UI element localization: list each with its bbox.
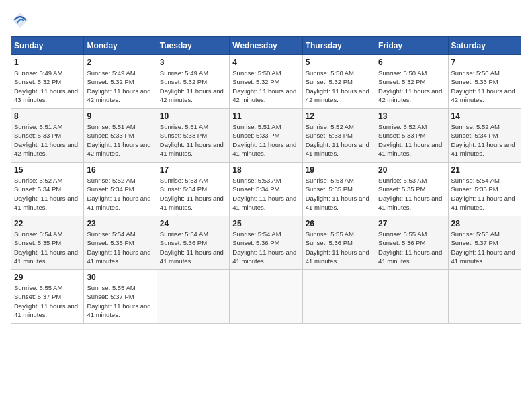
day-number: 7 xyxy=(451,58,518,67)
day-info: Sunrise: 5:51 AMSunset: 5:33 PMDaylight:… xyxy=(160,123,224,157)
day-number: 14 xyxy=(451,111,518,121)
day-info: Sunrise: 5:49 AMSunset: 5:32 PMDaylight:… xyxy=(87,69,150,103)
calendar-cell xyxy=(157,270,229,324)
calendar-week-row: 22 Sunrise: 5:54 AMSunset: 5:35 PMDaylig… xyxy=(11,216,521,270)
day-number: 5 xyxy=(306,58,372,67)
calendar-cell: 27 Sunrise: 5:55 AMSunset: 5:36 PMDaylig… xyxy=(375,216,448,270)
day-info: Sunrise: 5:55 AMSunset: 5:37 PMDaylight:… xyxy=(451,230,515,265)
day-number: 28 xyxy=(451,219,518,228)
day-info: Sunrise: 5:55 AMSunset: 5:37 PMDaylight:… xyxy=(87,284,150,318)
day-info: Sunrise: 5:54 AMSunset: 5:35 PMDaylight:… xyxy=(451,177,515,211)
day-number: 2 xyxy=(87,58,153,67)
logo xyxy=(11,11,32,30)
calendar-cell: 10 Sunrise: 5:51 AMSunset: 5:33 PMDaylig… xyxy=(157,109,229,163)
day-info: Sunrise: 5:50 AMSunset: 5:32 PMDaylight:… xyxy=(378,69,442,103)
day-number: 20 xyxy=(378,165,445,175)
weekday-header-friday: Friday xyxy=(375,37,448,55)
calendar-cell: 25 Sunrise: 5:54 AMSunset: 5:36 PMDaylig… xyxy=(230,216,302,270)
calendar-cell: 11 Sunrise: 5:51 AMSunset: 5:33 PMDaylig… xyxy=(230,109,302,163)
calendar-cell: 19 Sunrise: 5:53 AMSunset: 5:35 PMDaylig… xyxy=(302,163,375,216)
day-info: Sunrise: 5:51 AMSunset: 5:33 PMDaylight:… xyxy=(232,123,296,157)
day-number: 15 xyxy=(14,165,81,175)
day-number: 19 xyxy=(306,165,372,175)
day-info: Sunrise: 5:55 AMSunset: 5:36 PMDaylight:… xyxy=(306,230,369,265)
day-info: Sunrise: 5:50 AMSunset: 5:33 PMDaylight:… xyxy=(451,69,515,103)
calendar-cell: 2 Sunrise: 5:49 AMSunset: 5:32 PMDayligh… xyxy=(84,55,157,109)
calendar-cell: 6 Sunrise: 5:50 AMSunset: 5:32 PMDayligh… xyxy=(375,55,448,109)
calendar-cell xyxy=(448,270,521,324)
calendar-cell: 28 Sunrise: 5:55 AMSunset: 5:37 PMDaylig… xyxy=(448,216,521,270)
day-info: Sunrise: 5:52 AMSunset: 5:33 PMDaylight:… xyxy=(378,123,442,157)
day-info: Sunrise: 5:49 AMSunset: 5:32 PMDaylight:… xyxy=(160,69,224,103)
calendar-cell: 22 Sunrise: 5:54 AMSunset: 5:35 PMDaylig… xyxy=(11,216,84,270)
day-number: 25 xyxy=(232,219,299,228)
day-info: Sunrise: 5:50 AMSunset: 5:32 PMDaylight:… xyxy=(232,69,296,103)
day-number: 3 xyxy=(160,58,226,67)
day-number: 21 xyxy=(451,165,518,175)
calendar-cell xyxy=(230,270,302,324)
calendar-body: 1 Sunrise: 5:49 AMSunset: 5:32 PMDayligh… xyxy=(11,55,521,324)
calendar-cell: 1 Sunrise: 5:49 AMSunset: 5:32 PMDayligh… xyxy=(11,55,84,109)
day-info: Sunrise: 5:49 AMSunset: 5:32 PMDaylight:… xyxy=(14,69,78,103)
calendar-cell xyxy=(375,270,448,324)
day-number: 13 xyxy=(378,111,445,121)
calendar-cell xyxy=(302,270,375,324)
calendar-week-row: 1 Sunrise: 5:49 AMSunset: 5:32 PMDayligh… xyxy=(11,55,521,109)
day-info: Sunrise: 5:54 AMSunset: 5:36 PMDaylight:… xyxy=(160,230,224,265)
day-info: Sunrise: 5:53 AMSunset: 5:34 PMDaylight:… xyxy=(160,177,224,211)
weekday-header-saturday: Saturday xyxy=(448,37,521,55)
day-info: Sunrise: 5:52 AMSunset: 5:34 PMDaylight:… xyxy=(451,123,515,157)
day-info: Sunrise: 5:52 AMSunset: 5:34 PMDaylight:… xyxy=(14,177,78,211)
day-number: 11 xyxy=(232,111,299,121)
day-number: 26 xyxy=(306,219,372,228)
calendar-cell: 3 Sunrise: 5:49 AMSunset: 5:32 PMDayligh… xyxy=(157,55,229,109)
day-info: Sunrise: 5:54 AMSunset: 5:35 PMDaylight:… xyxy=(87,230,150,265)
calendar-cell: 29 Sunrise: 5:55 AMSunset: 5:37 PMDaylig… xyxy=(11,270,84,324)
calendar-cell: 7 Sunrise: 5:50 AMSunset: 5:33 PMDayligh… xyxy=(448,55,521,109)
weekday-header-wednesday: Wednesday xyxy=(230,37,302,55)
weekday-header-row: SundayMondayTuesdayWednesdayThursdayFrid… xyxy=(11,37,521,55)
calendar-cell: 14 Sunrise: 5:52 AMSunset: 5:34 PMDaylig… xyxy=(448,109,521,163)
day-info: Sunrise: 5:51 AMSunset: 5:33 PMDaylight:… xyxy=(87,123,150,157)
calendar-cell: 23 Sunrise: 5:54 AMSunset: 5:35 PMDaylig… xyxy=(84,216,157,270)
day-info: Sunrise: 5:54 AMSunset: 5:36 PMDaylight:… xyxy=(232,230,296,265)
calendar-cell: 30 Sunrise: 5:55 AMSunset: 5:37 PMDaylig… xyxy=(84,270,157,324)
day-info: Sunrise: 5:55 AMSunset: 5:36 PMDaylight:… xyxy=(378,230,442,265)
calendar-week-row: 8 Sunrise: 5:51 AMSunset: 5:33 PMDayligh… xyxy=(11,109,521,163)
calendar-cell: 18 Sunrise: 5:53 AMSunset: 5:34 PMDaylig… xyxy=(230,163,302,216)
calendar-cell: 4 Sunrise: 5:50 AMSunset: 5:32 PMDayligh… xyxy=(230,55,302,109)
calendar-cell: 16 Sunrise: 5:52 AMSunset: 5:34 PMDaylig… xyxy=(84,163,157,216)
day-number: 29 xyxy=(14,273,81,282)
day-number: 10 xyxy=(160,111,226,121)
day-info: Sunrise: 5:53 AMSunset: 5:35 PMDaylight:… xyxy=(378,177,442,211)
weekday-header-monday: Monday xyxy=(84,37,157,55)
calendar-cell: 26 Sunrise: 5:55 AMSunset: 5:36 PMDaylig… xyxy=(302,216,375,270)
day-number: 4 xyxy=(232,58,299,67)
calendar-cell: 12 Sunrise: 5:52 AMSunset: 5:33 PMDaylig… xyxy=(302,109,375,163)
day-info: Sunrise: 5:55 AMSunset: 5:37 PMDaylight:… xyxy=(14,284,78,318)
day-number: 8 xyxy=(14,111,81,121)
calendar-cell: 17 Sunrise: 5:53 AMSunset: 5:34 PMDaylig… xyxy=(157,163,229,216)
day-info: Sunrise: 5:50 AMSunset: 5:32 PMDaylight:… xyxy=(306,69,369,103)
calendar-cell: 8 Sunrise: 5:51 AMSunset: 5:33 PMDayligh… xyxy=(11,109,84,163)
weekday-header-tuesday: Tuesday xyxy=(157,37,229,55)
day-info: Sunrise: 5:53 AMSunset: 5:35 PMDaylight:… xyxy=(306,177,369,211)
day-number: 17 xyxy=(160,165,226,175)
logo-icon xyxy=(11,11,30,30)
calendar-cell: 9 Sunrise: 5:51 AMSunset: 5:33 PMDayligh… xyxy=(84,109,157,163)
day-info: Sunrise: 5:51 AMSunset: 5:33 PMDaylight:… xyxy=(14,123,78,157)
weekday-header-sunday: Sunday xyxy=(11,37,84,55)
day-info: Sunrise: 5:52 AMSunset: 5:34 PMDaylight:… xyxy=(87,177,150,211)
day-info: Sunrise: 5:54 AMSunset: 5:35 PMDaylight:… xyxy=(14,230,78,265)
day-number: 23 xyxy=(87,219,153,228)
day-info: Sunrise: 5:53 AMSunset: 5:34 PMDaylight:… xyxy=(232,177,296,211)
calendar-cell: 13 Sunrise: 5:52 AMSunset: 5:33 PMDaylig… xyxy=(375,109,448,163)
day-number: 1 xyxy=(14,58,81,67)
day-number: 16 xyxy=(87,165,153,175)
day-number: 6 xyxy=(378,58,445,67)
day-number: 22 xyxy=(14,219,81,228)
weekday-header-thursday: Thursday xyxy=(302,37,375,55)
calendar-week-row: 29 Sunrise: 5:55 AMSunset: 5:37 PMDaylig… xyxy=(11,270,521,324)
day-number: 30 xyxy=(87,273,153,282)
calendar-cell: 15 Sunrise: 5:52 AMSunset: 5:34 PMDaylig… xyxy=(11,163,84,216)
